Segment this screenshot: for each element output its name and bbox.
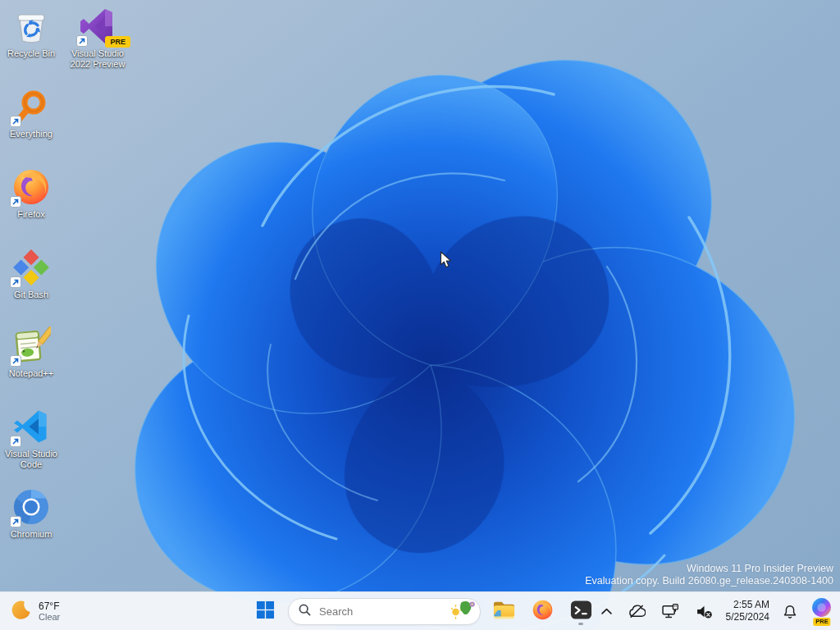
desktop-icon-everything[interactable]: Everything: [0, 87, 62, 139]
everything-icon: [11, 87, 51, 126]
watermark-line1: Windows 11 Pro Insider Preview: [585, 563, 833, 575]
taskbar-app-file-explorer[interactable]: [488, 596, 519, 627]
terminal-icon: [570, 599, 592, 624]
desktop-icon-notepad-plus-plus[interactable]: Notepad++: [0, 326, 62, 379]
desktop-icon-label: Visual Studio Code: [0, 449, 62, 470]
onedrive-signed-out-icon[interactable]: [625, 601, 649, 622]
moon-clear-night-icon: [10, 599, 32, 624]
desktop-icon-firefox[interactable]: Firefox: [0, 167, 62, 220]
firefox-icon: [11, 167, 51, 207]
tray-chevron-up-icon[interactable]: [598, 605, 615, 619]
network-ethernet-icon[interactable]: [659, 600, 682, 623]
desktop-icon-label: Visual Studio 2022 Preview: [62, 48, 133, 70]
shortcut-arrow-icon: [76, 35, 88, 47]
desktop-icon-git-bash[interactable]: Git Bash: [0, 248, 62, 300]
desktop-icon-label: Recycle Bin: [7, 48, 55, 59]
file-explorer-icon: [492, 599, 516, 623]
desktop-icon-label: Everything: [10, 129, 52, 139]
copilot-button[interactable]: PRE: [810, 597, 833, 625]
desktop-icon-label: Git Bash: [14, 290, 48, 300]
recycle-bin-icon: [11, 7, 51, 46]
bloom-wallpaper: [0, 0, 840, 630]
shortcut-arrow-icon: [10, 116, 21, 127]
desktop-icon-label: Notepad++: [9, 368, 53, 379]
clock[interactable]: 2:55 AM 5/25/2024: [726, 599, 769, 623]
desktop-icon-recycle-bin[interactable]: Recycle Bin: [0, 7, 62, 59]
start-button[interactable]: [249, 596, 281, 627]
watermark-line2: Evaluation copy. Build 26080.ge_release.…: [585, 575, 833, 587]
desktop-icon-chromium[interactable]: Chromium: [0, 487, 62, 540]
notepad-plus-plus-icon: [11, 326, 51, 366]
desktop-icon-visual-studio-code[interactable]: Visual Studio Code: [0, 407, 62, 470]
clock-time: 2:55 AM: [726, 599, 769, 611]
shortcut-arrow-icon: [10, 436, 21, 447]
shortcut-arrow-icon: [10, 276, 21, 288]
firefox-icon: [532, 599, 554, 624]
shortcut-arrow-icon: [10, 196, 21, 208]
search-box[interactable]: [288, 598, 481, 625]
visual-studio-2022-preview-icon: PRE: [78, 7, 117, 46]
weather-widget[interactable]: 67°F Clear: [10, 592, 60, 630]
volume-muted-icon[interactable]: [692, 601, 716, 622]
visual-studio-code-icon: [11, 407, 51, 446]
evaluation-watermark: Windows 11 Pro Insider Preview Evaluatio…: [585, 563, 833, 587]
running-app-indicator: [578, 623, 583, 625]
shortcut-arrow-icon: [10, 516, 21, 527]
chromium-icon: [11, 487, 51, 527]
copilot-pre-badge: PRE: [813, 618, 830, 626]
weather-condition: Clear: [39, 612, 60, 623]
desktop-icon-visual-studio-2022-preview[interactable]: PRE Visual Studio 2022 Preview: [61, 7, 135, 70]
taskbar: 67°F Clear: [0, 591, 840, 630]
search-input[interactable]: [317, 605, 445, 619]
taskbar-app-terminal[interactable]: [565, 596, 596, 627]
desktop-icon-label: Firefox: [17, 209, 45, 220]
search-icon: [299, 604, 311, 619]
notifications-bell-icon[interactable]: [779, 600, 801, 623]
taskbar-app-firefox[interactable]: [527, 596, 558, 627]
vs-pre-badge: PRE: [105, 36, 130, 48]
search-highlights-icon[interactable]: [451, 600, 476, 623]
clock-date: 5/25/2024: [726, 611, 769, 623]
weather-temperature: 67°F: [39, 600, 60, 612]
desktop-icon-label: Chromium: [11, 529, 52, 540]
shortcut-arrow-icon: [10, 355, 21, 367]
git-bash-icon: [11, 248, 51, 287]
windows-start-icon: [256, 600, 275, 623]
